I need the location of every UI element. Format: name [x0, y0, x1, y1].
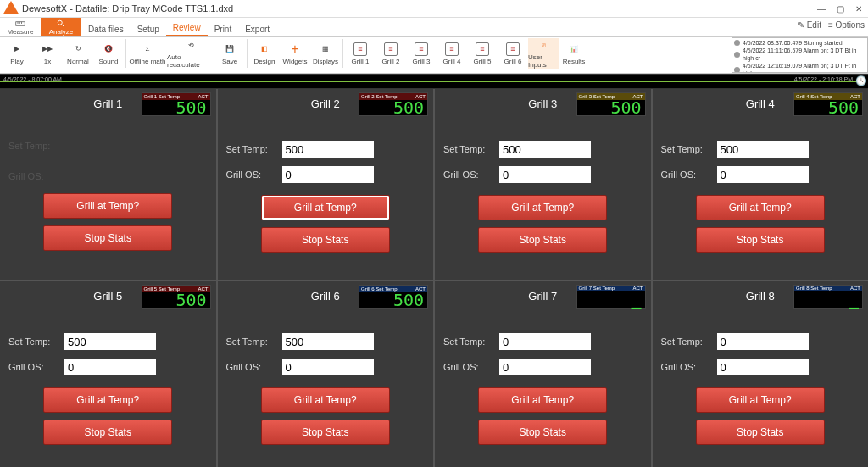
mode-analyze-button[interactable]: Analyze [41, 18, 81, 36]
clock-icon[interactable]: 🕓 [855, 75, 867, 86]
save-button[interactable]: 💾Save [214, 38, 245, 69]
grill-os-input[interactable] [282, 166, 374, 183]
speaker-muted-icon: 🔇 [102, 42, 115, 56]
ribbon-toolbar: ▶Play ▶▶1x ↻Normal 🔇Sound ΣOffline math … [0, 37, 868, 74]
timeline-strip[interactable]: 4/5/2022 - 8:07:00 AM 4/5/2022 - 2:10:38… [0, 74, 868, 89]
play-button[interactable]: ▶Play [2, 38, 32, 69]
stop-stats-button[interactable]: Stop Stats [696, 227, 825, 253]
lcd-name: Grill 3 Set Temp [579, 94, 615, 99]
lcd-display: Grill 2 Set TempACT500 [359, 92, 428, 116]
lcd-value: 500 [359, 100, 427, 115]
lcd-value: 500 [142, 100, 210, 115]
set-temp-label: Set Temp: [661, 336, 710, 347]
tab-print[interactable]: Print [208, 22, 239, 36]
grill-at-temp-button[interactable]: Grill at Temp? [43, 193, 172, 219]
stop-stats-button[interactable]: Stop Stats [696, 420, 825, 445]
event-icon [734, 52, 740, 58]
grill-os-input[interactable] [499, 359, 591, 375]
set-temp-input[interactable] [64, 333, 156, 350]
grill-at-temp-button[interactable]: Grill at Temp? [478, 387, 607, 413]
set-temp-input[interactable] [282, 333, 374, 350]
grill-os-label: Grill OS: [443, 170, 492, 180]
grill-os-input[interactable] [64, 359, 156, 375]
view-user-inputs-button[interactable]: ⎚User Inputs [528, 38, 559, 69]
grill-os-input[interactable] [717, 359, 809, 375]
view-grill-4-button[interactable]: ≡Grill 4 [437, 38, 467, 69]
stop-stats-button[interactable]: Stop Stats [43, 225, 172, 251]
set-temp-input[interactable] [282, 141, 374, 158]
user-inputs-icon: ⎚ [537, 38, 550, 52]
stop-stats-button[interactable]: Stop Stats [478, 420, 607, 445]
grill-at-temp-button[interactable]: Grill at Temp? [478, 195, 607, 220]
tab-setup[interactable]: Setup [131, 22, 166, 36]
sigma-icon: Σ [141, 42, 154, 56]
view-grill-6-button[interactable]: ≡Grill 6 [498, 38, 528, 69]
offline-math-button[interactable]: ΣOffline math [128, 38, 167, 69]
window-minimize-button[interactable]: — [815, 3, 827, 14]
grill-panel-2: Grill 2 Set TempACT500Grill 2Set Temp:Gr… [218, 89, 434, 280]
tab-data-files[interactable]: Data files [81, 22, 131, 36]
grill-icon: ≡ [415, 42, 428, 56]
auto-recalculate-button[interactable]: ⟲Auto recalculate [167, 38, 214, 69]
set-temp-input[interactable] [499, 333, 591, 350]
lcd-value: 500 [577, 100, 645, 115]
lcd-value: 500 [142, 292, 210, 308]
grill-os-input[interactable] [717, 166, 809, 183]
event-text: 4/5/2022 12:16:19.079 Alarm on; 3 DT Ft … [743, 62, 865, 73]
lcd-display: Grill 4 Set TempACT500 [793, 92, 863, 116]
view-grill-3-button[interactable]: ≡Grill 3 [406, 38, 437, 69]
save-icon: 💾 [223, 42, 236, 56]
grill-os-input[interactable] [282, 359, 374, 375]
view-results-button[interactable]: 📊Results [559, 38, 589, 69]
displays-button[interactable]: ▦Displays [310, 38, 341, 69]
mode-measure-button[interactable]: Measure [0, 18, 41, 36]
svg-rect-0 [16, 21, 25, 25]
lcd-display: Grill 5 Set TempACT500 [142, 285, 211, 309]
search-icon [56, 19, 66, 28]
set-temp-label: Set Temp: [443, 336, 492, 347]
set-temp-input[interactable] [717, 141, 809, 158]
options-button[interactable]: ≡ Options [828, 20, 865, 30]
set-temp-input[interactable] [499, 141, 591, 158]
edit-button[interactable]: ✎ Edit [798, 20, 821, 30]
event-text: 4/5/2022 11:11:06.579 Alarm on; 3 DT Bt … [743, 47, 865, 62]
view-grill-1-button[interactable]: ≡Grill 1 [345, 38, 376, 69]
grill-at-temp-button[interactable]: Grill at Temp? [261, 195, 390, 220]
fast-forward-icon: ▶▶ [41, 42, 54, 56]
grill-panel-6: Grill 6 Set TempACT500Grill 6Set Temp:Gr… [218, 281, 434, 467]
event-log[interactable]: 4/5/2022 08:37:00.479 Storing started 4/… [732, 37, 868, 73]
panel-grid: Grill 1 Set TempACT500Grill 1Set Temp:Gr… [0, 89, 868, 467]
tab-export[interactable]: Export [238, 22, 276, 36]
lcd-name: Grill 2 Set Temp [361, 94, 398, 99]
set-temp-input[interactable] [717, 333, 809, 350]
tab-review[interactable]: Review [166, 20, 208, 36]
grill-at-temp-button[interactable]: Grill at Temp? [696, 387, 825, 413]
widgets-button[interactable]: +Widgets [280, 38, 310, 69]
lcd-display: Grill 1 Set TempACT500 [142, 92, 211, 116]
event-text: 4/5/2022 08:37:00.479 Storing started [743, 39, 843, 47]
grill-os-input[interactable] [499, 166, 591, 183]
view-grill-2-button[interactable]: ≡Grill 2 [376, 38, 406, 69]
grill-icon: ≡ [506, 42, 520, 56]
sound-button[interactable]: 🔇Sound [93, 38, 124, 69]
lcd-display: Grill 3 Set TempACT500 [576, 92, 646, 116]
window-close-button[interactable]: ✕ [853, 3, 865, 14]
view-grill-5-button[interactable]: ≡Grill 5 [467, 38, 498, 69]
set-temp-label: Set Temp: [226, 144, 275, 154]
stop-stats-button[interactable]: Stop Stats [261, 420, 390, 445]
grill-os-label: Grill OS: [226, 170, 275, 180]
stop-stats-button[interactable]: Stop Stats [261, 227, 390, 253]
stop-stats-button[interactable]: Stop Stats [478, 227, 607, 253]
lcd-display: Grill 6 Set TempACT500 [359, 285, 428, 309]
window-maximize-button[interactable]: ▢ [834, 3, 846, 14]
grill-at-temp-button[interactable]: Grill at Temp? [696, 195, 825, 220]
lcd-value: — [577, 291, 645, 314]
mode-normal-button[interactable]: ↻Normal [63, 38, 93, 69]
lcd-value: 500 [359, 292, 427, 308]
speed-button[interactable]: ▶▶1x [32, 38, 63, 69]
grill-at-temp-button[interactable]: Grill at Temp? [261, 387, 390, 413]
app-logo-icon [3, 1, 19, 16]
design-button[interactable]: ◧Design [249, 38, 280, 69]
grill-at-temp-button[interactable]: Grill at Temp? [43, 387, 172, 413]
stop-stats-button[interactable]: Stop Stats [43, 420, 172, 445]
